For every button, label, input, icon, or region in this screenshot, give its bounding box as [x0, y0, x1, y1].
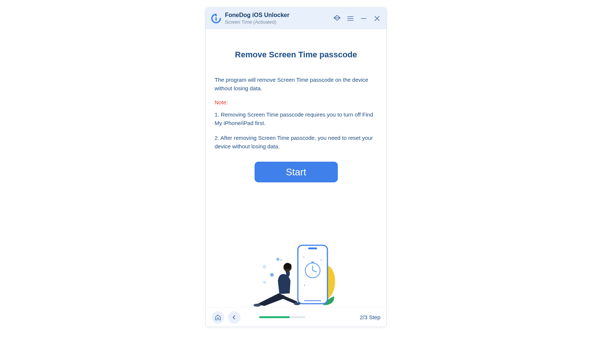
description-text: The program will remove Screen Time pass… — [215, 76, 377, 92]
start-button[interactable]: Start — [255, 162, 338, 182]
app-title: FoneDog iOS Unlocker — [225, 12, 289, 18]
step-label: 2/3 Step — [360, 314, 380, 320]
svg-rect-1 — [215, 17, 217, 21]
svg-point-16 — [321, 260, 322, 261]
illustration — [206, 233, 386, 307]
minimize-icon[interactable] — [360, 14, 368, 23]
svg-point-15 — [303, 257, 305, 258]
svg-point-18 — [263, 265, 266, 269]
page-heading: Remove Screen Time passcode — [215, 50, 377, 60]
app-subtitle: Screen Time (Activated) — [225, 20, 289, 25]
note-item-2: 2. After removing Screen Time passcode, … — [215, 134, 377, 151]
title-texts: FoneDog iOS Unlocker Screen Time (Activa… — [225, 12, 289, 25]
note-label: Note: — [215, 99, 377, 105]
svg-rect-9 — [308, 247, 317, 249]
app-logo-icon — [211, 13, 221, 24]
svg-rect-8 — [298, 245, 327, 304]
svg-point-24 — [294, 302, 300, 305]
svg-point-17 — [304, 285, 305, 286]
menu-icon[interactable] — [346, 14, 354, 23]
content-area: Remove Screen Time passcode The program … — [206, 29, 386, 307]
footer-bar: 2/3 Step — [206, 307, 386, 327]
title-bar: FoneDog iOS Unlocker Screen Time (Activa… — [206, 8, 386, 29]
svg-point-22 — [263, 281, 266, 284]
progress-fill — [259, 316, 290, 318]
progress-bar — [259, 316, 306, 318]
home-button[interactable] — [212, 311, 224, 324]
svg-point-21 — [270, 273, 274, 277]
svg-point-19 — [276, 258, 279, 261]
svg-point-20 — [280, 259, 282, 261]
svg-point-23 — [253, 304, 261, 307]
svg-point-0 — [215, 15, 217, 16]
premium-icon[interactable] — [333, 14, 341, 23]
note-item-1: 1. Removing Screen Time passcode require… — [215, 111, 377, 127]
svg-rect-12 — [311, 262, 314, 263]
app-window: FoneDog iOS Unlocker Screen Time (Activa… — [205, 7, 387, 327]
back-button[interactable] — [228, 311, 240, 324]
close-icon[interactable] — [373, 14, 381, 23]
title-actions — [333, 14, 381, 23]
